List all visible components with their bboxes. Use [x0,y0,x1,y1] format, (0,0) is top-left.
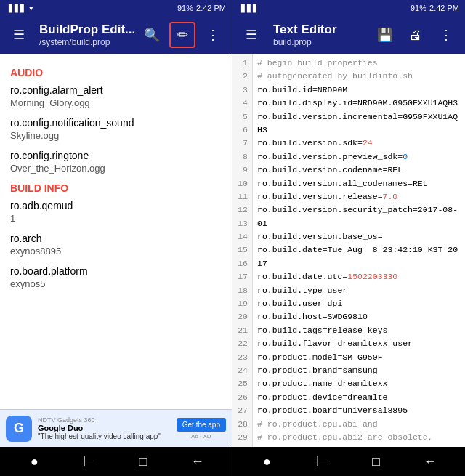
prop-arch: ro.arch exynos8895 [10,233,222,257]
ad-headline: "The highest-quality video calling app" [38,432,171,440]
code-line: ro.build.version.security_patch=2017-08-… [257,203,461,230]
code-line: ro.product.name=dreamltexx [257,377,461,390]
code-line: ro.product.board=universal8895 [257,404,461,417]
prop-board-platform: ro.board.platform exynos5 [10,265,222,289]
prop-adb-qemud: ro.adb.qemud 1 [10,200,222,224]
save-icon: 💾 [377,27,393,43]
code-text: ro.build.date.utc= [257,272,347,281]
right-nav-dot[interactable]: ● [253,447,282,476]
code-line: ro.product.brand=samsung [257,364,461,377]
prop-ringtone-value: Over_the_Horizon.ogg [10,163,222,174]
edit-icon: ✏ [177,27,188,43]
code-line: ro.build.tags=release-keys [257,324,461,337]
right-toolbar: ☰ Text Editor build.prop 💾 🖨 ⋮ [232,16,465,54]
comment-text: # ro.product.cpu.abi2 are obsolete, [257,432,433,442]
left-content[interactable]: AUDIO ro.config.alarm_alert Morning_Glor… [0,54,232,409]
code-line: ro.build.date.utc=1502203330 [257,270,461,283]
code-line: ro.build.version.preview_sdk=0 [257,150,461,164]
code-line: ro.build.user=dpi [257,297,461,310]
line-number: 19 [235,297,248,310]
line-number: 25 [235,377,248,390]
left-nav-home[interactable]: □ [129,447,158,476]
ad-source: NDTV Gadgets 360 [38,416,171,424]
code-line: # autogenerated by buildinfo.sh [257,70,461,83]
right-hamburger-icon: ☰ [246,27,257,43]
code-line: ro.product.model=SM-G950F [257,351,461,364]
left-nav-back[interactable]: ← [183,447,212,476]
section-build-info: BUILD INFO [10,182,222,194]
left-more-button[interactable]: ⋮ [200,22,226,48]
line-number: 13 [235,217,248,230]
search-icon: 🔍 [144,27,160,43]
left-status-bar-left: ▋▋▋ ▾ [6,4,174,13]
code-line: ro.build.date=Tue Aug 8 23:42:10 KST 201… [257,243,461,270]
left-app-name: BuildProp Edit... [39,23,136,37]
code-line: # begin build properties [257,57,461,70]
line-number: 1 [235,57,248,70]
code-line: ro.product.device=dreamlte [257,391,461,404]
ad-icon: G [6,416,32,442]
line-number: 28 [235,418,248,431]
battery-left: 91% [177,4,193,12]
ad-label: Ad · XD [191,433,211,440]
left-edit-button[interactable]: ✏ [169,22,195,48]
code-line: # ro.product.cpu.abi2 are obsolete, [257,431,461,444]
print-icon: 🖨 [409,28,422,43]
code-line: ro.build.version.all_codenames=REL [257,177,461,190]
left-search-button[interactable]: 🔍 [139,22,165,48]
code-line: # ro.product.cpu.abi and [257,418,461,431]
left-toolbar: ☰ BuildProp Edit... /system/build.prop 🔍… [0,16,232,54]
left-nav-recents[interactable]: ⊢ [74,447,103,476]
prop-alarm-alert-key: ro.config.alarm_alert [10,84,222,96]
left-menu-button[interactable]: ☰ [6,22,32,48]
left-status-bar: ▋▋▋ ▾ 91% 2:42 PM [0,0,232,16]
prop-alarm-alert-value: Morning_Glory.ogg [10,97,222,108]
left-toolbar-icons: 🔍 ✏ ⋮ [139,22,226,48]
line-number: 3 [235,84,248,97]
line-number: 6 [235,124,248,137]
line-number: 9 [235,164,248,177]
line-number: 16 [235,257,248,270]
left-nav-dot[interactable]: ● [20,447,49,476]
prop-board-platform-key: ro.board.platform [10,265,222,277]
right-signal-icon: ▋▋▋ [241,4,259,12]
right-status-bar-left: ▋▋▋ [238,4,408,12]
prop-adb-qemud-key: ro.adb.qemud [10,200,222,211]
code-line: ro.build.version.base_os= [257,230,461,243]
line-number: 21 [235,324,248,337]
right-print-button[interactable]: 🖨 [403,22,429,48]
code-value: 1502203330 [347,272,397,281]
right-menu-button[interactable]: ☰ [238,22,264,48]
line-number: 26 [235,391,248,404]
right-toolbar-icons: 💾 🖨 ⋮ [372,22,459,48]
line-number: 7 [235,137,248,150]
signal-icon: ▋▋▋ [9,4,26,12]
comment-text: # autogenerated by buildinfo.sh [257,71,413,81]
right-more-icon: ⋮ [440,27,453,43]
line-number: 4 [235,97,248,110]
code-area[interactable]: 1234567891011121314151617181920212223242… [232,54,465,447]
code-line: ro.build.version.sdk=24 [257,137,461,150]
ad-banner: G NDTV Gadgets 360 Google Duo "The highe… [0,409,232,447]
ad-cta-button[interactable]: Get the app [177,418,226,432]
right-nav-bar: ● ⊢ □ ← [232,447,465,476]
prop-notification-sound-value: Skyline.ogg [10,130,222,141]
code-line: ro.build.version.release=7.0 [257,190,461,203]
line-number: 12 [235,203,248,217]
left-toolbar-title: BuildProp Edit... /system/build.prop [35,23,136,47]
code-content[interactable]: # begin build properties# autogenerated … [253,54,465,447]
line-number: 27 [235,404,248,417]
time-left: 2:42 PM [196,4,226,12]
right-nav-home[interactable]: □ [362,447,391,476]
hamburger-icon: ☰ [13,27,25,43]
ad-text: NDTV Gadgets 360 Google Duo "The highest… [38,416,171,440]
line-number: 8 [235,150,248,164]
right-more-button[interactable]: ⋮ [433,22,459,48]
prop-arch-value: exynos8895 [10,246,222,257]
right-nav-back[interactable]: ← [416,447,445,476]
line-number: 15 [235,243,248,257]
right-save-button[interactable]: 💾 [372,22,398,48]
right-nav-recents[interactable]: ⊢ [307,447,336,476]
prop-notification-sound-key: ro.config.notification_sound [10,117,222,129]
right-app-name: Text Editor [273,23,368,37]
